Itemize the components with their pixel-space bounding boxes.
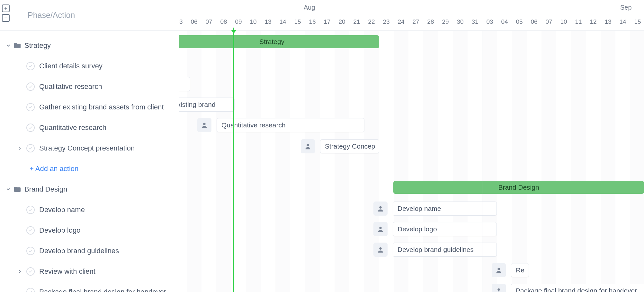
svg-point-0: [203, 123, 205, 125]
task-row[interactable]: Quantitative research: [0, 117, 179, 138]
task-label: Develop name: [39, 206, 85, 214]
today-line: [233, 28, 234, 292]
day-label: 08: [216, 18, 231, 25]
task-label: Develop brand guidelines: [39, 247, 119, 255]
day-label: 15: [290, 18, 305, 25]
check-circle-icon[interactable]: [26, 103, 35, 111]
day-label: 05: [512, 18, 527, 25]
day-label: 22: [364, 18, 379, 25]
check-circle-icon[interactable]: [26, 206, 35, 214]
task-bar[interactable]: Quantitative research: [217, 118, 364, 132]
task-bar[interactable]: Develop logo: [393, 222, 497, 236]
task-row[interactable]: Develop logo: [0, 220, 179, 241]
svg-point-1: [307, 144, 309, 146]
assignee-avatar-icon[interactable]: [373, 222, 388, 236]
check-circle-icon[interactable]: [26, 124, 35, 132]
add-action-row[interactable]: + Add an action: [0, 159, 179, 179]
day-label: 04: [497, 18, 512, 25]
day-label: 03: [179, 18, 187, 25]
sidebar-title: Phase/Action: [28, 11, 75, 20]
folder-icon: [13, 42, 21, 49]
assignee-avatar-icon[interactable]: [492, 284, 506, 292]
month-label: Sep: [620, 4, 632, 11]
task-label: Strategy Concept presentation: [39, 144, 135, 152]
day-label: 27: [408, 18, 423, 25]
phase-label: Strategy: [24, 41, 51, 50]
today-arrow-icon: [231, 30, 237, 33]
day-label: 07: [541, 18, 556, 25]
add-action-button[interactable]: + Add an action: [30, 165, 78, 173]
day-label: 30: [453, 18, 468, 25]
task-label: Package final brand design for handover: [39, 288, 166, 292]
day-label: 14: [275, 18, 290, 25]
timeline[interactable]: AugSep 030607080910131415161720212223242…: [179, 0, 644, 292]
svg-point-3: [379, 227, 381, 229]
task-bar[interactable]: ear: [179, 77, 190, 91]
check-circle-icon[interactable]: [26, 144, 35, 152]
task-label: Review with client: [39, 267, 95, 276]
task-row[interactable]: Gather existing brand assets from client: [0, 97, 179, 117]
task-label: Client details survey: [39, 62, 103, 70]
chevron-down-icon[interactable]: [4, 185, 12, 193]
check-circle-icon[interactable]: [26, 267, 35, 276]
phase-bar[interactable]: Strategy: [179, 35, 379, 48]
svg-point-4: [379, 247, 381, 250]
day-label: 07: [201, 18, 216, 25]
expand-all-button[interactable]: +: [2, 4, 10, 12]
day-label: 31: [468, 18, 482, 25]
check-circle-icon[interactable]: [26, 82, 35, 91]
svg-point-5: [497, 268, 500, 270]
day-label: 09: [231, 18, 246, 25]
day-label: 17: [320, 18, 335, 25]
task-row[interactable]: Develop brand guidelines: [0, 241, 179, 261]
chevron-right-icon[interactable]: [16, 144, 24, 152]
phase-label: Brand Design: [24, 185, 67, 193]
task-bar[interactable]: Package final brand design for handover: [511, 284, 644, 292]
timeline-body[interactable]: StrategyBrand Designearr existing brandQ…: [179, 31, 644, 292]
chevron-right-icon[interactable]: [16, 268, 24, 275]
assignee-avatar-icon[interactable]: [373, 243, 388, 257]
assignee-avatar-icon[interactable]: [301, 139, 315, 153]
assignee-avatar-icon[interactable]: [373, 202, 388, 216]
day-label: 11: [571, 18, 586, 25]
assignee-avatar-icon[interactable]: [197, 118, 211, 132]
check-circle-icon[interactable]: [26, 247, 35, 255]
day-label: 16: [305, 18, 320, 25]
day-label: 10: [556, 18, 571, 25]
day-label: 15: [630, 18, 644, 25]
task-row[interactable]: Package final brand design for handover: [0, 282, 179, 292]
day-label: 14: [615, 18, 630, 25]
task-bar[interactable]: Develop name: [393, 202, 497, 216]
check-circle-icon[interactable]: [26, 62, 35, 70]
assignee-avatar-icon[interactable]: [492, 263, 506, 277]
collapse-all-button[interactable]: −: [2, 14, 10, 22]
check-circle-icon[interactable]: [26, 226, 35, 235]
phase-row[interactable]: Strategy: [0, 35, 179, 56]
phase-row[interactable]: Brand Design: [0, 179, 179, 200]
task-label: Quantitative research: [39, 124, 106, 132]
day-label: 21: [349, 18, 364, 25]
task-bar[interactable]: Strategy Concep: [320, 139, 379, 153]
task-bar[interactable]: Re: [511, 263, 529, 277]
task-row[interactable]: Strategy Concept presentation: [0, 138, 179, 159]
month-divider: [482, 31, 482, 292]
task-row[interactable]: Client details survey: [0, 56, 179, 76]
svg-point-6: [497, 288, 500, 291]
phase-bar[interactable]: Brand Design: [393, 181, 644, 194]
folder-icon: [13, 186, 21, 193]
task-row[interactable]: Develop name: [0, 200, 179, 220]
task-row[interactable]: Qualitative research: [0, 76, 179, 97]
day-label: 12: [586, 18, 601, 25]
day-label: 23: [379, 18, 394, 25]
svg-point-2: [379, 206, 381, 209]
task-bar[interactable]: r existing brand: [179, 98, 235, 112]
chevron-down-icon[interactable]: [4, 42, 12, 49]
task-label: Develop logo: [39, 226, 80, 235]
task-bar[interactable]: Develop brand guidelines: [393, 243, 497, 257]
check-circle-icon[interactable]: [26, 288, 35, 292]
day-label: 28: [423, 18, 438, 25]
day-label: 13: [261, 18, 275, 25]
month-label: Aug: [304, 4, 315, 11]
day-label: 06: [527, 18, 541, 25]
task-row[interactable]: Review with client: [0, 261, 179, 282]
